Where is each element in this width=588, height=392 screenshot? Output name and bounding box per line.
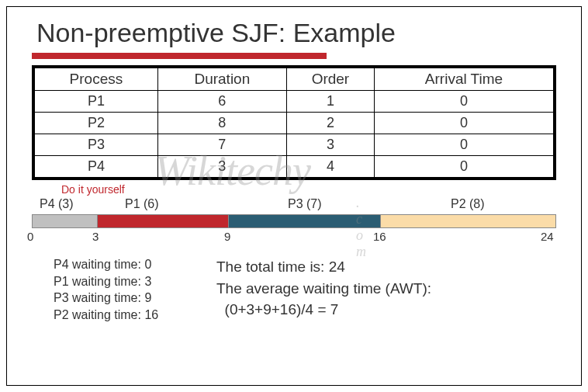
do-it-yourself-note: Do it yourself [61,183,581,196]
process-table-wrap: Process Duration Order Arrival Time P1 6… [32,65,556,180]
bottom-section: P4 waiting time: 0 P1 waiting time: 3 P3… [54,256,556,323]
process-table: Process Duration Order Arrival Time P1 6… [34,68,554,178]
gantt-chart [32,214,556,228]
cell: 7 [157,134,286,156]
gantt-label-p4: P4 (3) [40,197,74,211]
summary-block: The total time is: 24 The average waitin… [216,256,431,323]
awt-calc-line: (0+3+9+16)/4 = 7 [216,299,431,321]
col-process: Process [35,68,158,91]
tick-24: 24 [541,230,554,243]
table-row: P1 6 1 0 [35,91,554,113]
cell: 0 [374,156,553,178]
table-header-row: Process Duration Order Arrival Time [35,68,554,91]
gantt-label-p3: P3 (7) [288,197,322,211]
gantt-label-p1: P1 (6) [125,197,159,211]
slide-frame: Non-preemptive SJF: Example Process Dura… [6,6,582,386]
cell: 8 [157,113,286,134]
title-underline [32,53,327,59]
cell: 3 [286,134,374,156]
cell: 1 [286,91,374,113]
gantt-seg-p1 [98,215,229,227]
cell: P1 [35,91,158,113]
cell: 3 [157,156,286,178]
waiting-times-list: P4 waiting time: 0 P1 waiting time: 3 P3… [54,256,216,323]
wait-line: P4 waiting time: 0 [54,256,216,273]
cell: 0 [374,113,553,134]
gantt-seg-p4 [33,215,98,227]
cell: 2 [286,113,374,134]
tick-3: 3 [92,230,99,243]
gantt-label-p2: P2 (8) [451,197,485,211]
wait-line: P3 waiting time: 9 [54,290,216,307]
cell: P2 [35,113,158,134]
awt-label-line: The average waiting time (AWT): [216,278,431,300]
table-row: P2 8 2 0 [35,113,554,134]
gantt-labels: P4 (3) P1 (6) P3 (7) P2 (8) [32,197,556,213]
gantt-seg-p2 [381,215,555,227]
tick-16: 16 [373,230,386,243]
col-duration: Duration [157,68,286,91]
tick-9: 9 [224,230,230,243]
cell: 4 [286,156,374,178]
cell: P3 [35,134,158,156]
cell: 0 [374,134,553,156]
wait-line: P2 waiting time: 16 [54,307,216,324]
col-arrival: Arrival Time [374,68,553,91]
wait-line: P1 waiting time: 3 [54,273,216,290]
cell: 0 [374,91,553,113]
table-row: P3 7 3 0 [35,134,554,156]
gantt-seg-p3 [229,215,382,227]
table-row: P4 3 4 0 [35,156,554,178]
gantt-ticks: 0 3 9 16 24 [32,228,556,245]
slide-title: Non-preemptive SJF: Example [36,18,581,48]
tick-0: 0 [27,230,33,243]
col-order: Order [286,68,374,91]
total-time-line: The total time is: 24 [216,256,431,278]
cell: P4 [35,156,158,178]
cell: 6 [157,91,286,113]
